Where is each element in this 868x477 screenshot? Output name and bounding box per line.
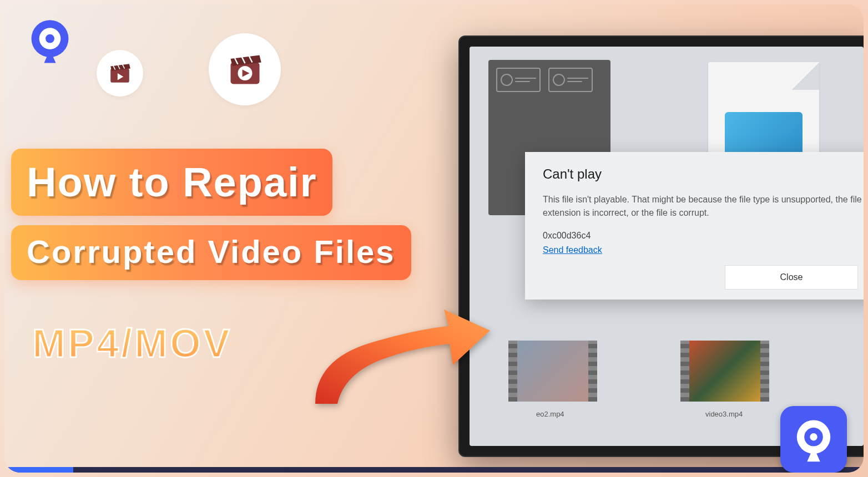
recoverit-logo-icon (26, 17, 74, 65)
clapperboard-play-large-icon (209, 33, 281, 105)
contact-card-icon (496, 68, 541, 92)
close-button[interactable]: Close (725, 265, 858, 290)
monitor-screen: Can't play This file isn't playable. Tha… (470, 47, 864, 446)
video-filename-label: eo2.mp4 (536, 410, 564, 418)
video-progress-bar[interactable] (4, 467, 864, 473)
monitor-frame: Can't play This file isn't playable. Tha… (458, 35, 864, 457)
dialog-error-code: 0xc00d36c4 (543, 231, 862, 241)
clapperboard-play-small-icon (97, 50, 143, 97)
subtitle-formats: MP4/MOV (32, 321, 232, 366)
video-thumbnail[interactable] (508, 341, 597, 402)
video-thumbnail[interactable] (680, 341, 769, 402)
video-filename-label: video3.mp4 (705, 410, 743, 418)
dialog-message: This file isn't playable. That might be … (543, 193, 862, 220)
svg-point-8 (810, 433, 817, 440)
title-line-1: How to Repair (27, 159, 317, 206)
dialog-title: Can't play (543, 166, 862, 182)
svg-point-2 (46, 34, 54, 43)
title-banner-2: Corrupted Video Files (11, 225, 411, 280)
send-feedback-link[interactable]: Send feedback (543, 245, 602, 255)
curved-arrow-icon (304, 304, 493, 415)
recoverit-logo-badge (780, 406, 847, 473)
video-progress-fill (4, 467, 73, 473)
error-dialog: Can't play This file isn't playable. Tha… (525, 152, 864, 300)
title-banner-1: How to Repair (11, 149, 332, 216)
contact-card-icon (548, 68, 593, 92)
title-line-2: Corrupted Video Files (27, 233, 396, 270)
